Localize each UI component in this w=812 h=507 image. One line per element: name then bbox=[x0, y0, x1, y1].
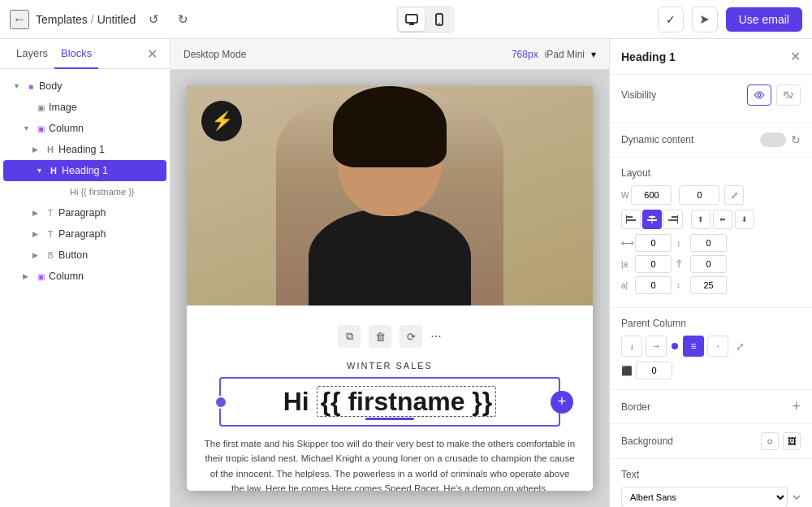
padding-h-input[interactable] bbox=[635, 234, 672, 252]
email-tool-copy[interactable]: ⧉ bbox=[338, 325, 361, 348]
column1-label: Column bbox=[49, 123, 84, 134]
width-input[interactable] bbox=[631, 185, 672, 205]
pcol-down-button[interactable]: ↓ bbox=[621, 336, 642, 357]
use-email-button[interactable]: Use email bbox=[726, 7, 802, 32]
image-icon: ▣ bbox=[35, 102, 46, 113]
padding-top-input[interactable] bbox=[690, 255, 727, 273]
tree-item-button[interactable]: ▶ B Button bbox=[0, 245, 170, 266]
svg-rect-6 bbox=[626, 215, 627, 223]
body-icon: ■ bbox=[25, 80, 37, 92]
breadcrumb-separator: / bbox=[91, 13, 94, 26]
bg-image-icon[interactable]: 🖼 bbox=[783, 432, 801, 450]
email-body: ⧉ 🗑 ⟳ ··· WINTER SALES Hi {{ firs bbox=[187, 306, 593, 491]
expand-column2-icon[interactable]: ▶ bbox=[23, 272, 32, 280]
visibility-hide-button[interactable] bbox=[776, 84, 801, 106]
device-toggle bbox=[396, 6, 455, 33]
pcol-other-button[interactable]: · bbox=[707, 336, 728, 357]
dynamic-toggle[interactable] bbox=[760, 132, 786, 147]
pcol-align-button[interactable]: ≡ bbox=[683, 336, 704, 357]
valign-middle-button[interactable]: ⬅ bbox=[713, 210, 732, 229]
tree-item-heading1a[interactable]: ▶ H Heading 1 bbox=[0, 139, 170, 160]
tree-item-para2[interactable]: ▶ T Paragraph bbox=[0, 223, 170, 245]
email-heading-text: Hi {{ firstname }} bbox=[283, 387, 497, 417]
bg-shape-icon[interactable]: ○ bbox=[761, 432, 779, 450]
tree-item-column1[interactable]: ▼ ▣ Column bbox=[0, 118, 170, 139]
tree-item-heading1b[interactable]: ▼ H Heading 1 bbox=[3, 160, 166, 181]
para2-label: Paragraph bbox=[58, 228, 106, 240]
rp-close-icon[interactable]: ✕ bbox=[790, 49, 801, 64]
tree-item-image[interactable]: ▣ Image bbox=[0, 97, 170, 118]
expand-para2-icon[interactable]: ▶ bbox=[32, 230, 42, 238]
border-section[interactable]: Border + bbox=[610, 390, 812, 424]
height-field bbox=[676, 185, 719, 205]
redo-button[interactable]: ↻ bbox=[171, 8, 194, 31]
email-tool-delete[interactable]: 🗑 bbox=[369, 325, 391, 348]
left-resize-handle[interactable] bbox=[214, 396, 227, 409]
tree-item-body[interactable]: ▼ ■ Body bbox=[0, 76, 170, 97]
padding-top-field: T̄ bbox=[676, 255, 727, 273]
background-section[interactable]: Background ○ 🖼 bbox=[610, 424, 812, 459]
padding-left-input[interactable] bbox=[635, 255, 672, 273]
para2-icon: T bbox=[45, 228, 56, 240]
expand-body-icon[interactable]: ▼ bbox=[13, 82, 23, 90]
font-name-select[interactable]: Albert Sans bbox=[621, 487, 788, 507]
mobile-device-button[interactable] bbox=[426, 8, 452, 31]
desktop-device-button[interactable] bbox=[399, 8, 425, 31]
email-tool-reset[interactable]: ⟳ bbox=[400, 325, 422, 348]
expand-column1-icon[interactable]: ▼ bbox=[23, 124, 32, 132]
send-button[interactable] bbox=[692, 6, 718, 32]
refresh-icon[interactable]: ↻ bbox=[791, 133, 801, 146]
tab-layers[interactable]: Layers bbox=[10, 39, 54, 69]
para1-icon: T bbox=[45, 207, 56, 219]
panel-close-icon[interactable]: ✕ bbox=[144, 46, 160, 62]
padding-row-1: ⟷ ↕ bbox=[621, 234, 801, 252]
expand-para1-icon[interactable]: ▶ bbox=[32, 209, 42, 217]
parent-col-align-row: ↓ → ≡ · ⤢ bbox=[621, 336, 801, 357]
button-label: Button bbox=[58, 249, 88, 261]
expand-h1a-icon[interactable]: ▶ bbox=[32, 145, 42, 154]
valign-bottom-button[interactable]: ⬇ bbox=[735, 210, 754, 229]
height-input[interactable] bbox=[679, 185, 719, 205]
tree-item-text-node[interactable]: Hi {{ firstname }} bbox=[0, 181, 170, 202]
left-panel: Layers Blocks ✕ ▼ ■ Body ▣ Image ▼ ▣ Col… bbox=[0, 39, 171, 507]
dynamic-content-label: Dynamic content bbox=[621, 134, 693, 145]
breadcrumb-parent[interactable]: Templates bbox=[36, 13, 88, 26]
viewport-device[interactable]: iPad Mini bbox=[545, 49, 585, 60]
align-group bbox=[621, 210, 683, 229]
expand-button-icon[interactable]: ▶ bbox=[32, 251, 42, 259]
email-heading-container: Hi {{ firstname }} + bbox=[219, 377, 560, 427]
breadcrumb-current[interactable]: Untitled bbox=[97, 13, 136, 26]
pcol-expand-icon[interactable]: ⤢ bbox=[732, 338, 748, 354]
expand-h1b-icon[interactable]: ▼ bbox=[36, 167, 45, 175]
border-add-icon[interactable]: + bbox=[792, 398, 801, 415]
valign-top-button[interactable]: ⬆ bbox=[691, 210, 710, 229]
email-tool-more[interactable]: ··· bbox=[430, 329, 441, 344]
text-node-label: Hi {{ firstname }} bbox=[70, 187, 135, 197]
visibility-section: Visibility bbox=[610, 75, 812, 123]
tree-item-column2[interactable]: ▶ ▣ Column bbox=[0, 266, 170, 287]
align-center-button[interactable] bbox=[642, 210, 662, 229]
align-right-button[interactable] bbox=[663, 210, 683, 229]
desktop-mode-label: Desktop Mode bbox=[184, 49, 246, 60]
visibility-show-button[interactable] bbox=[747, 84, 771, 106]
back-button[interactable]: ← bbox=[10, 10, 29, 29]
padding-bottom-input[interactable] bbox=[690, 276, 727, 294]
check-button[interactable]: ✓ bbox=[658, 6, 684, 32]
padding-right-input[interactable] bbox=[635, 276, 672, 294]
pcol-padding-icon: ⬛ bbox=[621, 366, 633, 376]
tree-item-para1[interactable]: ▶ T Paragraph bbox=[0, 202, 170, 223]
text-label: Text bbox=[621, 469, 801, 480]
canvas-scroll[interactable]: ⚡ ⧉ 🗑 ⟳ ··· WINTER SALES bbox=[171, 70, 609, 507]
pcol-right-button[interactable]: → bbox=[646, 336, 667, 357]
add-element-button[interactable]: + bbox=[551, 391, 573, 414]
svg-rect-4 bbox=[626, 216, 633, 218]
viewport-px: 768px bbox=[512, 49, 538, 60]
align-left-button[interactable] bbox=[621, 210, 641, 229]
tab-blocks[interactable]: Blocks bbox=[54, 39, 98, 69]
undo-button[interactable]: ↺ bbox=[142, 8, 165, 31]
email-heading-wrapper[interactable]: Hi {{ firstname }} bbox=[219, 377, 560, 427]
expand-layout-button[interactable]: ⤢ bbox=[724, 185, 744, 205]
padding-v-input[interactable] bbox=[690, 234, 727, 252]
pcol-padding-input[interactable] bbox=[636, 362, 672, 379]
h1b-icon: H bbox=[48, 165, 59, 176]
